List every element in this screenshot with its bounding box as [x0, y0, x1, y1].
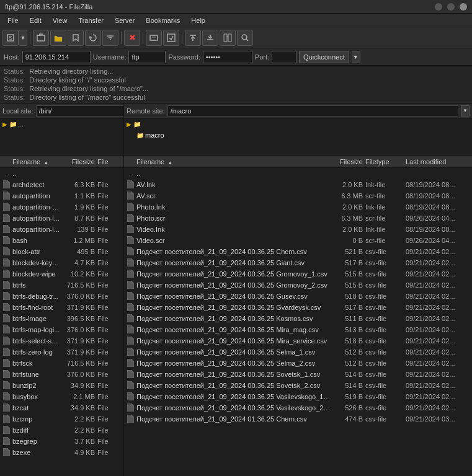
- username-input[interactable]: [128, 51, 166, 63]
- local-file-row[interactable]: bzexe4.9 KBFile: [0, 447, 123, 458]
- host-input[interactable]: [22, 51, 91, 63]
- remote-header-filesize[interactable]: Filesize: [331, 158, 365, 165]
- remote-file-row[interactable]: Подсчет посетителей_21_09_2024 00.36.25 …: [124, 358, 472, 369]
- toolbar-site-arrow[interactable]: ▼: [19, 30, 27, 46]
- local-file-row[interactable]: btrfs716.5 KBFile: [0, 280, 123, 291]
- toolbar-sync[interactable]: [220, 30, 236, 46]
- local-file-row[interactable]: btrfs-image396.5 KBFile: [0, 313, 123, 324]
- remote-file-row[interactable]: Подсчет посетителей_21_09_2024 00.36.25 …: [124, 402, 472, 413]
- toolbar-search[interactable]: [237, 30, 253, 46]
- local-file-row[interactable]: btrfs-debug-tr...376.0 KBFile: [0, 291, 123, 302]
- local-file-row[interactable]: bzdiff2.2 KBFile: [0, 425, 123, 436]
- menu-help[interactable]: Help: [186, 15, 210, 25]
- remote-file-row[interactable]: Подсчет посетителей_21_09_2024 00.36.25 …: [124, 324, 472, 335]
- remote-path-dropdown[interactable]: ▼: [461, 105, 470, 117]
- local-file-name: blockdev-keyg...: [12, 259, 60, 267]
- remote-path-input[interactable]: [167, 105, 458, 117]
- menu-view[interactable]: View: [48, 15, 73, 25]
- local-file-row[interactable]: block-attr495 BFile: [0, 246, 123, 257]
- minimize-button[interactable]: [435, 3, 442, 11]
- local-file-row[interactable]: bunzip234.9 KBFile: [0, 380, 123, 391]
- local-file-row[interactable]: btrfs-find-root371.9 KBFile: [0, 302, 123, 313]
- local-file-row[interactable]: archdetect6.3 KBFile: [0, 179, 123, 190]
- remote-file-row[interactable]: AV.Ink2.0 KBInk-file08/19/2024 08...: [124, 179, 472, 190]
- remote-file-row[interactable]: Подсчет посетителей_21_09_2024 00.36.25 …: [124, 346, 472, 358]
- remote-file-row[interactable]: Подсчет посетителей_21_09_2024 01.36.25 …: [124, 413, 472, 425]
- remote-file-row[interactable]: Подсчет посетителей_21_09_2024 00.36.25 …: [124, 380, 472, 391]
- remote-file-size: 2.0 KB: [331, 181, 365, 188]
- toolbar-filter[interactable]: [102, 30, 118, 46]
- toolbar-queue2[interactable]: [163, 30, 179, 46]
- menu-server[interactable]: Server: [110, 15, 140, 25]
- remote-file-row[interactable]: Подсчет посетителей_21_09_2024 00.36.25 …: [124, 391, 472, 402]
- local-file-row[interactable]: btrfs-map-logi...376.0 KBFile: [0, 324, 123, 335]
- remote-file-row[interactable]: Подсчет посетителей_21_09_2024 00.36.25 …: [124, 246, 472, 257]
- remote-file-row[interactable]: Подсчет посетителей_21_09_2024 00.36.25 …: [124, 268, 472, 280]
- menu-file[interactable]: File: [2, 15, 24, 25]
- local-file-row[interactable]: ....: [0, 168, 123, 179]
- close-button[interactable]: [460, 3, 467, 11]
- local-file-row[interactable]: bzegrep3.7 KBFile: [0, 436, 123, 447]
- toolbar-new-tab[interactable]: [33, 30, 49, 46]
- local-file-row[interactable]: blockdev-keyg...4.7 KBFile: [0, 257, 123, 268]
- remote-file-row[interactable]: Подсчет посетителей_21_09_2024 00.36.25 …: [124, 302, 472, 313]
- remote-file-date: 09/21/2024 02...: [406, 281, 471, 289]
- tree-item[interactable]: ▶ 📁 ...: [0, 118, 123, 130]
- local-header-filesize[interactable]: Filesize: [60, 158, 97, 165]
- remote-file-row[interactable]: Подсчет посетителей_21_09_2024 00.36.25 …: [124, 369, 472, 380]
- local-file-row[interactable]: bzcat34.9 KBFile: [0, 402, 123, 413]
- toolbar-open[interactable]: [50, 30, 66, 46]
- toolbar-upload[interactable]: [185, 30, 201, 46]
- remote-file-row[interactable]: Video.Ink2.0 KBInk-file08/19/2024 08...: [124, 224, 472, 235]
- local-header-filename[interactable]: Filename ▲: [1, 158, 60, 165]
- local-file-row[interactable]: blockdev-wipe10.2 KBFile: [0, 268, 123, 280]
- local-file-row[interactable]: btrfs-select-su...371.9 KBFile: [0, 335, 123, 346]
- remote-file-row[interactable]: Подсчет посетителей_21_09_2024 00.36.25 …: [124, 291, 472, 302]
- remote-file-row[interactable]: AV.scr6.3 MBscr-file08/19/2024 08...: [124, 190, 472, 201]
- toolbar-bookmark[interactable]: [68, 30, 84, 46]
- toolbar-cancel[interactable]: ✖: [124, 30, 140, 46]
- quickconnect-button[interactable]: Quickconnect: [299, 51, 349, 63]
- toolbar-queue[interactable]: [146, 30, 162, 46]
- remote-file-row[interactable]: Подсчет посетителей_21_09_2024 00.36.25 …: [124, 280, 472, 291]
- local-file-row[interactable]: autopartition-l...8.7 KBFile: [0, 213, 123, 224]
- remote-file-row[interactable]: Video.scr0 Bscr-file09/26/2024 04...: [124, 235, 472, 246]
- menu-transfer[interactable]: Transfer: [73, 15, 109, 25]
- local-file-row[interactable]: autopartition-c...1.9 KBFile: [0, 201, 123, 213]
- remote-file-date: 09/21/2024 02...: [406, 359, 471, 367]
- local-file-type: File: [97, 315, 122, 322]
- remote-file-row[interactable]: Photo.scr6.3 MBscr-file09/26/2024 04...: [124, 213, 472, 224]
- remote-file-row[interactable]: Подсчет посетителей_21_09_2024 00.36.25 …: [124, 313, 472, 324]
- remote-header-lastmodified[interactable]: Last modified: [406, 158, 471, 165]
- remote-file-row[interactable]: Подсчет посетителей_21_09_2024 00.36.25 …: [124, 335, 472, 346]
- maximize-button[interactable]: [447, 3, 455, 11]
- local-path-input[interactable]: [36, 105, 124, 117]
- local-file-row[interactable]: bash1.2 MBFile: [0, 235, 123, 246]
- toolbar-refresh[interactable]: [85, 30, 101, 46]
- local-file-row[interactable]: busybox2.1 MBFile: [0, 391, 123, 402]
- toolbar-new-site[interactable]: S: [2, 30, 19, 46]
- remote-tree-item-root[interactable]: ▶ 📁: [124, 118, 472, 130]
- port-input[interactable]: [272, 51, 296, 63]
- local-file-row[interactable]: bzcmp2.2 KBFile: [0, 413, 123, 425]
- local-file-row[interactable]: autopartition-l...139 BFile: [0, 224, 123, 235]
- quickconnect-arrow[interactable]: ▼: [352, 51, 360, 63]
- local-file-row[interactable]: btrfs-zero-log371.9 KBFile: [0, 346, 123, 358]
- remote-header-filename[interactable]: Filename ▲: [125, 158, 331, 165]
- remote-tree-item-macro[interactable]: 📁 macro: [124, 130, 472, 141]
- local-file-type: File: [97, 348, 122, 356]
- local-header-filetype[interactable]: File: [97, 158, 122, 165]
- local-file-row[interactable]: btrfsck716.5 KBFile: [0, 358, 123, 369]
- local-file-row[interactable]: autopartition1.1 KBFile: [0, 190, 123, 201]
- window-controls[interactable]: [435, 3, 467, 11]
- password-input[interactable]: [203, 51, 252, 63]
- local-file-row[interactable]: btrfstune376.0 KBFile: [0, 369, 123, 380]
- remote-file-row[interactable]: ....: [124, 168, 472, 179]
- remote-file-row[interactable]: Подсчет посетителей_21_09_2024 00.36.25 …: [124, 257, 472, 268]
- remote-file-row[interactable]: Photo.Ink2.0 KBInk-file08/19/2024 08...: [124, 201, 472, 213]
- menu-edit[interactable]: Edit: [25, 15, 47, 25]
- remote-file-filetype: csv-file: [365, 326, 406, 333]
- remote-header-filetype[interactable]: Filetype: [365, 158, 406, 165]
- menu-bookmarks[interactable]: Bookmarks: [141, 15, 185, 25]
- toolbar-download[interactable]: [202, 30, 218, 46]
